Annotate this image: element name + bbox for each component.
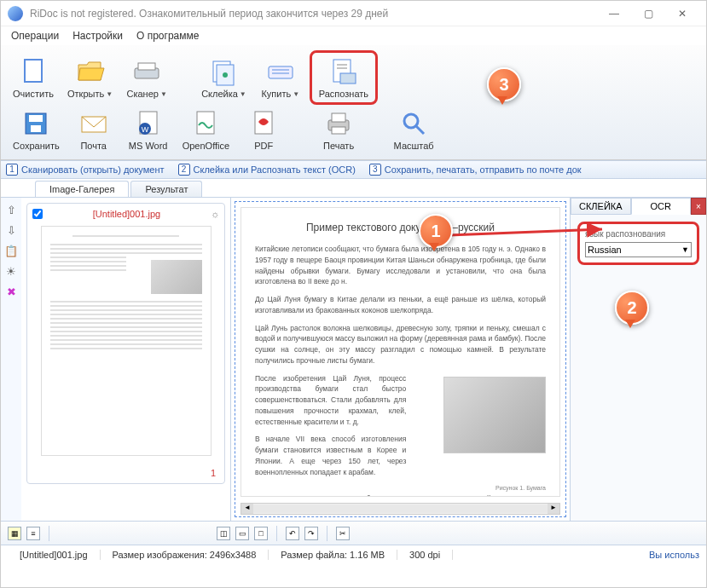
svg-rect-23	[332, 113, 345, 122]
actual-size-icon[interactable]: □	[254, 527, 268, 540]
step-1-badge: 1	[6, 164, 18, 176]
tab-result[interactable]: Результат	[130, 181, 202, 197]
gallery-panel: [Untitled]001.jpg ☼ 1	[21, 198, 231, 521]
open-button[interactable]: Открыть▼	[62, 55, 118, 101]
svg-line-26	[416, 126, 424, 134]
toolbar: Очистить Открыть▼ Сканер▼ Склейка▼ Купит…	[1, 45, 706, 160]
menubar: Операции Настройки О программе	[1, 26, 706, 45]
grid-view-icon[interactable]: ▦	[8, 527, 21, 540]
doc-title: Пример текстового документа –русский	[255, 220, 546, 235]
svg-rect-10	[340, 73, 356, 84]
bottom-toolbar: ▦ ≡ ◫ ▭ □ ↶ ↷ ✂	[1, 521, 706, 545]
buy-button[interactable]: Купить▼	[255, 55, 306, 101]
rtab-ocr[interactable]: OCR	[631, 198, 692, 215]
clear-button[interactable]: Очистить	[8, 55, 59, 101]
svg-rect-0	[25, 60, 42, 82]
recognize-button[interactable]: Распознать	[310, 50, 378, 105]
fit-width-icon[interactable]: ◫	[217, 527, 230, 540]
thumb-preview	[41, 226, 212, 456]
rtab-glue[interactable]: СКЛЕЙКА	[571, 198, 631, 215]
msword-button[interactable]: W MS Word	[123, 107, 174, 153]
document-preview: Пример текстового документа –русский Кит…	[240, 207, 560, 497]
dropdown-icon: ▼	[293, 90, 299, 98]
pdf-button[interactable]: PDF	[238, 107, 289, 153]
doc-para-2: До Цай Луня бумагу в Китае делали из пен…	[255, 294, 546, 316]
horizontal-scrollbar[interactable]: ◄►	[240, 503, 560, 515]
list-view-icon[interactable]: ≡	[26, 527, 40, 540]
rotate-left-icon[interactable]: ↶	[286, 527, 299, 540]
status-link[interactable]: Вы использ	[649, 550, 699, 560]
brightness-icon[interactable]: ☀	[4, 264, 18, 278]
callout-3: 3	[487, 67, 521, 101]
doc-para-3: Цай Лунь растолок волокна шелковицы, дре…	[255, 323, 546, 366]
thumb-page-number: 1	[211, 468, 216, 478]
status-filename: [Untitled]001.jpg	[8, 550, 101, 560]
folder-open-icon	[75, 56, 106, 87]
right-panel: СКЛЕЙКА OCR × язык распознования Russian…	[570, 198, 706, 521]
thumbnail-card[interactable]: [Untitled]001.jpg ☼ 1	[26, 203, 225, 484]
mail-button[interactable]: Почта	[68, 107, 119, 153]
arrow-down-icon[interactable]: ⇩	[4, 223, 18, 237]
svg-rect-14	[29, 115, 43, 122]
scanner-icon	[131, 56, 162, 87]
crop-icon[interactable]: ✂	[336, 527, 350, 540]
preview-panel: Пример текстового документа –русский Кит…	[235, 201, 566, 517]
doc-para-6: В VI—VIII веках производство бумаги осущ…	[255, 493, 546, 497]
statusbar: [Untitled]001.jpg Размер изображения: 24…	[1, 545, 706, 563]
print-button[interactable]: Печать	[313, 107, 364, 153]
doc-img-caption: Рисунок 1. Бумага	[255, 484, 546, 493]
rotate-right-icon[interactable]: ↷	[304, 527, 318, 540]
save-button[interactable]: Сохранить	[8, 107, 65, 153]
thumb-checkbox[interactable]	[32, 209, 43, 219]
svg-rect-15	[31, 125, 41, 132]
svg-point-25	[404, 114, 418, 128]
svg-rect-16	[82, 117, 106, 132]
delete-icon[interactable]: ✖	[4, 285, 18, 298]
magnifier-icon	[398, 108, 429, 139]
language-value: Russian	[588, 245, 622, 255]
language-label: язык распознования	[585, 229, 692, 239]
main-area: ⇧ ⇩ 📋 ☀ ✖ [Untitled]001.jpg ☼	[1, 197, 706, 521]
arrow-up-icon[interactable]: ⇧	[4, 203, 18, 216]
svg-rect-2	[138, 63, 155, 70]
doc-para-1: Китайские летописи сообщают, что бумага …	[255, 244, 546, 287]
window-title: RiDoc is not registered. Ознакомительный…	[30, 8, 597, 20]
svg-rect-20	[197, 112, 214, 134]
printer-icon	[323, 108, 354, 139]
ocr-icon	[328, 56, 359, 87]
fit-page-icon[interactable]: ▭	[235, 527, 249, 540]
openoffice-button[interactable]: OpenOffice	[177, 107, 235, 153]
scanner-button[interactable]: Сканер▼	[121, 55, 172, 101]
clipboard-icon[interactable]: 📋	[4, 244, 18, 257]
svg-text:W: W	[141, 125, 148, 134]
status-file-size: Размер файла: 1.16 MB	[269, 550, 397, 560]
callout-1: 1	[419, 214, 453, 248]
tab-gallery[interactable]: Image-Галерея	[35, 181, 129, 197]
maximize-button[interactable]: ▢	[631, 2, 665, 26]
glue-icon	[208, 56, 239, 87]
zoom-button[interactable]: Масштаб	[388, 107, 439, 153]
svg-rect-24	[332, 127, 345, 134]
menu-operations[interactable]: Операции	[4, 28, 66, 43]
brightness-icon[interactable]: ☼	[211, 209, 219, 219]
menu-about[interactable]: О программе	[130, 28, 206, 43]
titlebar: RiDoc is not registered. Ознакомительный…	[1, 1, 706, 26]
step-bar: 1 Сканировать (открыть) документ 2 Склей…	[1, 160, 706, 179]
openoffice-icon	[190, 108, 221, 139]
step-2-badge: 2	[178, 164, 190, 176]
language-box: язык распознования Russian ▼	[577, 222, 699, 265]
status-image-size: Размер изображения: 2496x3488	[101, 550, 269, 560]
status-dpi: 300 dpi	[397, 550, 453, 560]
menu-settings[interactable]: Настройки	[66, 28, 130, 43]
close-button[interactable]: ✕	[665, 2, 699, 26]
dropdown-icon: ▼	[160, 90, 167, 98]
step-2-text: Склейка или Распознать текст (OCR)	[194, 164, 356, 175]
pdf-icon	[248, 108, 279, 139]
rtab-close-button[interactable]: ×	[691, 198, 706, 215]
mail-icon	[78, 108, 109, 139]
minimize-button[interactable]: —	[597, 2, 631, 26]
dropdown-icon: ▼	[106, 90, 113, 98]
language-select[interactable]: Russian ▼	[585, 242, 692, 257]
glue-button[interactable]: Склейка▼	[196, 55, 252, 101]
dropdown-icon: ▼	[240, 90, 246, 98]
